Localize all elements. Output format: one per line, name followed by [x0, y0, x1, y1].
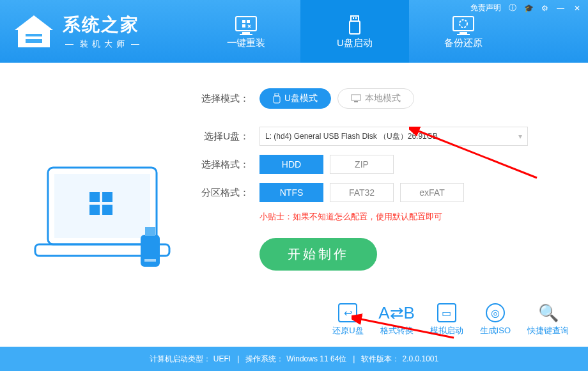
partition-fat32-button[interactable]: FAT32 — [330, 183, 394, 202]
svg-rect-10 — [350, 21, 360, 34]
simulate-icon: ▭ — [437, 303, 456, 322]
svg-rect-23 — [102, 205, 112, 215]
app-header: 系统之家 装机大师 一键重装 U盘启动 备份还原 免责声明 ⓘ 🎓 ⚙ — ✕ — [0, 0, 588, 63]
svg-rect-24 — [141, 235, 160, 267]
brand-subtitle: 装机大师 — [63, 38, 146, 50]
window-controls: 免责声明 ⓘ 🎓 ⚙ — ✕ — [470, 3, 582, 13]
svg-rect-26 — [144, 259, 156, 262]
tool-generate-iso[interactable]: ◎ 生成ISO — [480, 303, 511, 336]
svg-rect-9 — [351, 16, 359, 21]
svg-rect-4 — [242, 32, 250, 34]
svg-rect-12 — [355, 17, 357, 19]
minimize-button[interactable]: — — [556, 4, 565, 13]
illustration-panel — [19, 78, 192, 347]
svg-point-16 — [460, 20, 467, 28]
usb-drive-icon — [342, 14, 368, 37]
tab-usb-boot[interactable]: U盘启动 — [300, 0, 409, 63]
tab-reinstall[interactable]: 一键重装 — [192, 0, 300, 63]
brand-title: 系统之家 — [63, 13, 146, 37]
format-label: 选择格式： — [192, 159, 249, 171]
partition-label: 分区格式： — [192, 187, 249, 199]
tool-restore-usb[interactable]: ↩ 还原U盘 — [332, 303, 363, 336]
usb-small-icon — [273, 93, 281, 104]
chevron-down-icon: ▾ — [518, 132, 522, 141]
bottom-toolbar: ↩ 还原U盘 A⇄B 格式转换 ▭ 模拟启动 ◎ 生成ISO 🔍 快捷键查询 — [332, 303, 569, 336]
svg-rect-3 — [236, 17, 256, 31]
svg-rect-7 — [247, 20, 250, 23]
svg-rect-30 — [354, 101, 358, 102]
main-tabs: 一键重装 U盘启动 备份还原 — [192, 0, 518, 63]
svg-rect-28 — [274, 96, 280, 103]
settings-icon[interactable]: ⚙ — [541, 4, 548, 13]
svg-rect-11 — [353, 17, 354, 19]
format-zip-button[interactable]: ZIP — [330, 155, 394, 174]
status-footer: 计算机启动类型： UEFI | 操作系统： Windows 11 64位 | 软… — [0, 347, 588, 371]
disclaimer-link[interactable]: 免责声明 — [470, 3, 501, 13]
usb-select-dropdown[interactable]: L: (hd4) General USB Flash Disk （U盘）26.9… — [259, 127, 528, 146]
svg-rect-29 — [352, 95, 360, 100]
usb-select-label: 选择U盘： — [192, 130, 249, 143]
svg-rect-2 — [26, 36, 42, 39]
laptop-usb-illustration — [29, 161, 182, 289]
svg-rect-6 — [242, 20, 245, 23]
monitor-backup-icon — [451, 14, 476, 37]
restore-icon: ↩ — [338, 303, 357, 322]
svg-rect-22 — [89, 205, 100, 215]
brand-area: 系统之家 装机大师 — [0, 0, 192, 63]
svg-rect-21 — [102, 192, 112, 202]
start-create-button[interactable]: 开始制作 — [259, 238, 377, 271]
graduation-icon[interactable]: 🎓 — [524, 4, 534, 13]
partition-ntfs-button[interactable]: NTFS — [259, 183, 323, 202]
convert-icon: A⇄B — [387, 303, 406, 322]
svg-rect-14 — [460, 32, 467, 34]
svg-rect-13 — [453, 17, 474, 31]
close-button[interactable]: ✕ — [573, 4, 582, 13]
monitor-small-icon — [351, 94, 361, 103]
info-icon[interactable]: ⓘ — [509, 3, 516, 13]
svg-rect-27 — [275, 93, 279, 96]
tip-text: 小贴士：如果不知道怎么配置，使用默认配置即可 — [259, 211, 569, 223]
mode-label: 选择模式： — [192, 93, 249, 105]
tool-hotkey-lookup[interactable]: 🔍 快捷键查询 — [527, 303, 569, 336]
svg-rect-8 — [242, 24, 245, 28]
iso-icon: ◎ — [486, 303, 505, 322]
svg-rect-25 — [145, 227, 155, 236]
main-content: 选择模式： U盘模式 本地模式 选择U盘： L: (hd4) General U… — [0, 63, 588, 347]
usb-mode-button[interactable]: U盘模式 — [259, 88, 331, 109]
monitor-reinstall-icon — [233, 14, 259, 37]
tool-format-convert[interactable]: A⇄B 格式转换 — [380, 303, 414, 336]
svg-rect-15 — [457, 34, 470, 35]
format-hdd-button[interactable]: HDD — [259, 155, 323, 174]
brand-house-icon — [12, 12, 56, 51]
svg-rect-20 — [89, 192, 100, 202]
hotkey-icon: 🔍 — [539, 303, 558, 322]
tool-simulate-boot[interactable]: ▭ 模拟启动 — [430, 303, 463, 336]
svg-rect-1 — [26, 31, 42, 34]
svg-rect-5 — [240, 34, 252, 35]
local-mode-button[interactable]: 本地模式 — [337, 88, 414, 109]
partition-exfat-button[interactable]: exFAT — [400, 183, 464, 202]
